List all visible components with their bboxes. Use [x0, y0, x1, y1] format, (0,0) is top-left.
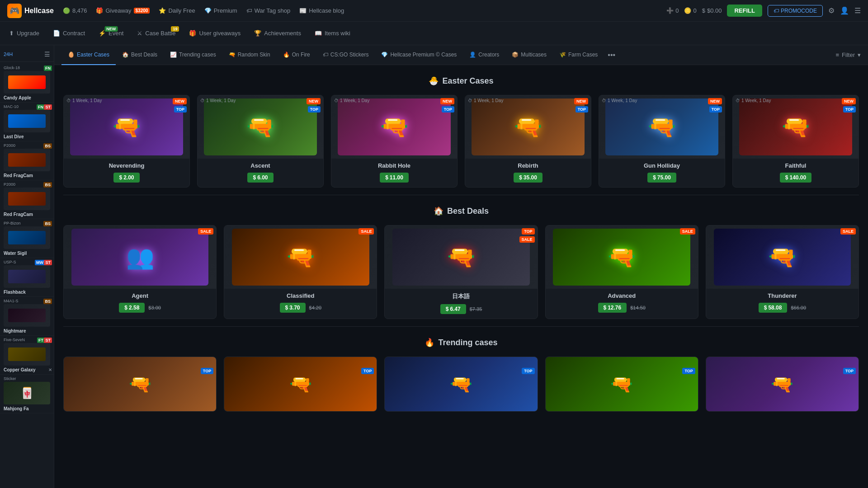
giveaway-badge: $3200 — [134, 8, 150, 14]
case-card-rebirth[interactable]: 🔫 ⏱ 1 Week, 1 Day NEW TOP Rebirth $ — [465, 95, 591, 188]
case-name: Rabbit Hole — [331, 159, 457, 171]
case-card-thunderer[interactable]: 🔫 SALE Thunderer $ 58.08 $66.00 — [706, 225, 859, 319]
case-card-trending-2[interactable]: 🔫 TOP — [224, 357, 377, 412]
sidebar-item-badge: BS — [43, 182, 52, 188]
sidebar-item-badge-fn: FN — [37, 104, 45, 110]
case-card-japanese[interactable]: 🔫 TOP SALE 日本語 $ 6.47 $7.35 — [384, 225, 538, 319]
dollar-icon: $ — [124, 305, 127, 311]
case-price: $ 2.00 — [64, 171, 189, 187]
case-price: $ 75.00 — [599, 171, 725, 187]
dollar-icon: $ — [446, 306, 449, 312]
case-image-placeholder: 🔫 — [472, 99, 585, 155]
dollar-icon: $ — [285, 305, 288, 311]
price-button[interactable]: $ 2.58 — [119, 303, 145, 313]
user-menu-icon[interactable]: 👤 — [840, 6, 849, 15]
cat-farm-cases[interactable]: 🌾 Farm Cases — [553, 45, 604, 65]
case-card-agent[interactable]: 👥 SALE Agent $ 2.58 $3.00 — [63, 225, 217, 319]
nav-premium[interactable]: 💎 Premium — [204, 7, 237, 14]
price-button[interactable]: $ 6.00 — [247, 173, 273, 183]
case-card-trending-4[interactable]: 🔫 TOP — [545, 357, 698, 412]
promo-button[interactable]: 🏷 PROMOCODE — [768, 5, 823, 17]
price-button[interactable]: $ 6.47 — [440, 304, 466, 314]
cat-premium[interactable]: 💎 Hellcase Premium © Cases — [375, 45, 463, 65]
case-card-trending-1[interactable]: 🔫 TOP — [63, 357, 217, 412]
sidebar-item-image — [4, 226, 50, 249]
case-card-neverending[interactable]: 🔫 ⏱ 1 Week, 1 Day NEW TOP Neverending $ — [63, 95, 190, 188]
cat-trending[interactable]: 📈 Trending cases — [164, 45, 222, 65]
cat-deals-label: Best Deals — [131, 52, 157, 58]
sidebar-menu-icon[interactable]: ☰ — [44, 51, 50, 58]
case-card-trending-5[interactable]: 🔫 TOP — [706, 357, 859, 412]
sidebar-item[interactable]: M4A1-S Nightmare BS — [0, 297, 54, 336]
case-card-ascent[interactable]: 🔫 ⏱ 1 Week, 1 Day NEW TOP Ascent $ — [197, 95, 324, 188]
sidebar-item[interactable]: PP-Bizon Water Sigil BS — [0, 219, 54, 258]
sidebar-item[interactable]: P2000 Red FragCam BS — [0, 180, 54, 219]
giveaway-label: Giveaway — [105, 7, 131, 14]
subnav-contract[interactable]: 📄 Contract — [53, 30, 85, 37]
sidebar-item-name: Nightmare — [4, 328, 50, 333]
price-button[interactable]: $ 12.76 — [598, 303, 627, 313]
price-button[interactable]: $ 35.00 — [514, 173, 542, 183]
subnav-upgrade[interactable]: ⬆ Upgrade — [9, 30, 39, 37]
subnav-user-giveaways[interactable]: 🎁 User giveaways — [189, 30, 241, 37]
contract-label: Contract — [63, 30, 85, 37]
case-name: Thunderer — [706, 289, 859, 301]
case-image-placeholder: 🔫 — [232, 229, 369, 286]
cat-filter[interactable]: ≡ Filter ▾ — [836, 52, 861, 58]
badge-new: NEW — [708, 98, 722, 104]
hamburger-icon[interactable]: ☰ — [854, 6, 861, 15]
refill-button[interactable]: REFILL — [727, 5, 762, 17]
case-card-gun-holliday[interactable]: 🔫 ⏱ 1 Week, 1 Day NEW TOP Gun Holliday $ — [599, 95, 725, 188]
case-card-classified[interactable]: 🔫 SALE Classified $ 3.70 $4.20 — [224, 225, 377, 319]
sidebar-item[interactable]: P2000 Red FragCam BS — [0, 141, 54, 180]
nav-blog[interactable]: 📰 Hellcase blog — [299, 7, 344, 14]
logo[interactable]: 🎮 Hellcase — [7, 4, 54, 18]
cat-csgo-stickers[interactable]: 🏷 CS:GO Stickers — [316, 45, 375, 65]
cat-multicases[interactable]: 📦 Multicases — [505, 45, 553, 65]
price-button[interactable]: $ 3.70 — [280, 303, 306, 313]
cat-best-deals[interactable]: 🏠 Best Deals — [116, 45, 164, 65]
sidebar-item[interactable]: USP-S Flashback MW ST — [0, 258, 54, 297]
sidebar-time-filter[interactable]: 24H — [4, 52, 13, 57]
case-card-rabbit-hole[interactable]: 🔫 ⏱ 1 Week, 1 Day NEW TOP Rabbit Hole $ — [331, 95, 458, 188]
subnav-achievements[interactable]: 🏆 Achievements — [254, 30, 301, 37]
sidebar-item[interactable]: Sticker 🀄 Mahjong Fa — [0, 375, 54, 413]
price-button[interactable]: $ 11.00 — [380, 173, 409, 183]
subnav-event[interactable]: NEW ⚡ Event — [99, 30, 123, 37]
case-card-trending-3[interactable]: 🔫 TOP — [384, 357, 538, 412]
achievements-label: Achievements — [264, 30, 301, 37]
price-button[interactable]: $ 75.00 — [647, 173, 676, 183]
subnav-items-wiki[interactable]: 📖 Items wiki — [315, 30, 350, 37]
sidebar-item[interactable]: Five-SeveN Copper Galaxy FT ST ✕ — [0, 336, 54, 375]
nav-daily-free[interactable]: ⭐ Daily Free — [159, 7, 195, 14]
cat-random-skin[interactable]: 🔫 Random Skin — [222, 45, 277, 65]
nav-giveaway[interactable]: 🎁 Giveaway $3200 — [96, 7, 150, 14]
case-image-placeholder: 🔫 — [385, 357, 537, 411]
price-button[interactable]: $ 2.00 — [113, 173, 139, 183]
price-value: 35.00 — [524, 174, 537, 181]
nav-war-tag[interactable]: 🏷 War Tag shop — [246, 7, 291, 14]
sidebar-item-close[interactable]: ✕ — [48, 367, 52, 372]
case-card-advanced[interactable]: 🔫 SALE Advanced $ 12.76 $14.50 — [545, 225, 698, 319]
cat-easter-cases[interactable]: 🥚 Easter Cases — [61, 45, 116, 65]
case-card-faithful[interactable]: 🔫 ⏱ 1 Week, 1 Day NEW TOP Faithful $ — [732, 95, 859, 188]
settings-icon[interactable]: ⚙ — [828, 6, 835, 15]
cat-premium-icon: 💎 — [381, 52, 388, 58]
price-button[interactable]: $ 140.00 — [780, 173, 811, 183]
case-weapon-art: 🔫 — [289, 374, 312, 395]
case-card-image: 🔫 ⏱ 1 Week, 1 Day NEW TOP — [465, 95, 591, 159]
price-value: 3.70 — [289, 305, 300, 311]
price-button[interactable]: $ 58.08 — [759, 303, 788, 313]
timer-text: 1 Week, 1 Day — [340, 98, 369, 103]
case-weapon-art: 🔫 — [608, 244, 636, 270]
case-weapon-art: 🔫 — [768, 244, 796, 270]
sidebar-item[interactable]: Glock-18 Candy Apple FN — [0, 64, 54, 103]
cat-on-fire[interactable]: 🔥 On Fire — [277, 45, 316, 65]
sidebar-item[interactable]: MAC-10 Last Dive FN ST — [0, 103, 54, 141]
subnav-case-battle[interactable]: ⚔ Case Battle 19 — [137, 30, 175, 37]
cat-easter-icon: 🥚 — [68, 52, 75, 58]
cat-creators[interactable]: 👤 Creators — [463, 45, 505, 65]
price-value: 6.00 — [257, 174, 268, 181]
cat-more-icon[interactable]: ••• — [604, 51, 619, 59]
timer-icon: ⏱ — [200, 98, 205, 103]
